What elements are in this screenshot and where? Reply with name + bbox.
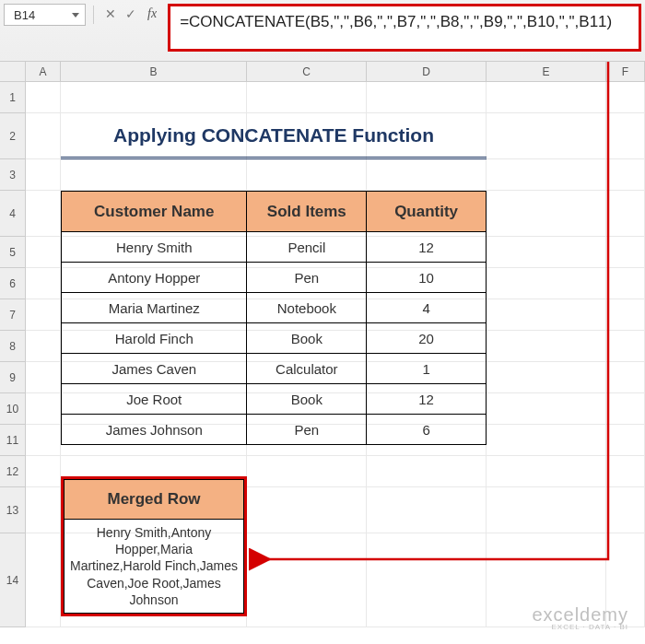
- formula-bar[interactable]: =CONCATENATE(B5,",",B6,",",B7,",",B8,","…: [168, 4, 641, 52]
- spreadsheet: A B C D E F 1 2 3 4 5 6 7 8 9 10 11 12 1…: [0, 62, 645, 627]
- merged-row-block: Merged Row Henry Smith,Antony Hopper,Mar…: [61, 476, 247, 616]
- row-header[interactable]: 6: [0, 268, 25, 299]
- row-header[interactable]: 4: [0, 191, 25, 237]
- row-header[interactable]: 9: [0, 362, 25, 393]
- table-row: Antony HopperPen10: [62, 263, 487, 293]
- worksheet-title: Applying CONCATENATE Function: [61, 113, 487, 159]
- name-box-value: B14: [14, 8, 35, 22]
- table-row: Harold FinchBook20: [62, 323, 487, 354]
- select-all-corner[interactable]: [0, 62, 26, 81]
- table-row: James JohnsonPen6: [62, 415, 487, 445]
- formula-bar-area: B14 ✕ ✓ fx =CONCATENATE(B5,",",B6,",",B7…: [0, 0, 645, 62]
- row-header[interactable]: 12: [0, 456, 25, 487]
- row-header[interactable]: 2: [0, 113, 25, 159]
- row-headers: 1 2 3 4 5 6 7 8 9 10 11 12 13 14: [0, 82, 26, 627]
- table-header: Customer Name: [62, 192, 247, 232]
- cancel-icon[interactable]: ✕: [101, 5, 120, 23]
- table-header: Sold Items: [247, 192, 367, 232]
- col-header[interactable]: E: [487, 62, 606, 81]
- row-header[interactable]: 14: [0, 533, 25, 627]
- chevron-down-icon[interactable]: [72, 13, 79, 18]
- row-header[interactable]: 5: [0, 237, 25, 268]
- watermark: exceldemy EXCEL · DATA · BI: [532, 605, 628, 631]
- row-header[interactable]: 3: [0, 159, 25, 191]
- col-header[interactable]: A: [26, 62, 61, 81]
- enter-icon[interactable]: ✓: [122, 5, 140, 23]
- row-header[interactable]: 13: [0, 487, 25, 533]
- row-header[interactable]: 8: [0, 331, 25, 362]
- table-row: Joe RootBook12: [62, 384, 487, 415]
- col-header[interactable]: C: [247, 62, 367, 81]
- name-box[interactable]: B14: [4, 4, 86, 26]
- table-row: James CavenCalculator1: [62, 354, 487, 384]
- column-headers: A B C D E F: [0, 62, 645, 82]
- row-header[interactable]: 1: [0, 82, 25, 113]
- row-header[interactable]: 11: [0, 425, 25, 456]
- table-row: Henry SmithPencil12: [62, 232, 487, 263]
- data-table: Customer Name Sold Items Quantity Henry …: [61, 191, 487, 445]
- col-header[interactable]: B: [61, 62, 247, 81]
- table-header: Quantity: [367, 192, 487, 232]
- row-header[interactable]: 7: [0, 299, 25, 331]
- merged-value-cell[interactable]: Henry Smith,Antony Hopper,Maria Martinez…: [64, 520, 244, 614]
- col-header[interactable]: F: [606, 62, 645, 81]
- watermark-subtext: EXCEL · DATA · BI: [532, 624, 628, 631]
- table-header-row: Customer Name Sold Items Quantity: [62, 192, 487, 232]
- content-overlay: Applying CONCATENATE Function Customer N…: [61, 82, 487, 616]
- col-header[interactable]: D: [367, 62, 487, 81]
- row-header[interactable]: 10: [0, 393, 25, 425]
- fx-icon[interactable]: fx: [142, 6, 162, 21]
- formula-buttons: ✕ ✓ fx: [101, 4, 162, 23]
- separator: [93, 6, 94, 24]
- merged-header: Merged Row: [64, 479, 244, 520]
- watermark-text: exceldemy: [532, 605, 628, 624]
- table-row: Maria MartinezNotebook4: [62, 293, 487, 323]
